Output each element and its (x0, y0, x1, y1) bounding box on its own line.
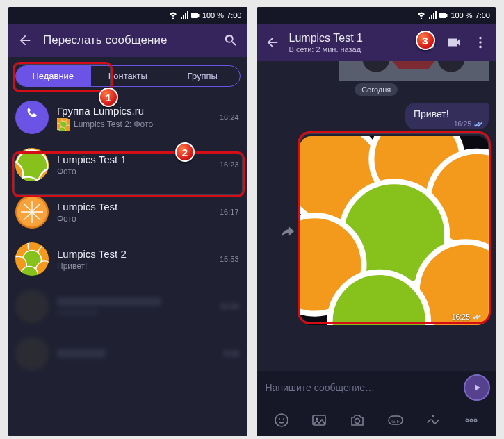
row-time: 16:23 (220, 160, 239, 169)
appbar-chat: Lumpics Test 1 В сети: 2 мин. назад (257, 24, 496, 61)
chat-list: Группа Lumpics.ru Lumpics Test 2: Фото 1… (8, 94, 247, 436)
camera-icon[interactable] (349, 412, 366, 429)
search-icon[interactable] (221, 31, 241, 50)
callout-1: 1 (99, 88, 118, 107)
day-chip: Сегодня (355, 83, 398, 96)
row-time: 16:24 (220, 113, 239, 122)
battery-text: 100 % (450, 11, 472, 19)
gallery-icon[interactable] (311, 412, 327, 429)
battery-text: 100 % (202, 11, 224, 19)
prev-photo-msg[interactable] (339, 61, 489, 81)
right-screen: 100 % 7:00 Lumpics Test 1 В сети: 2 мин.… (257, 7, 496, 436)
chat-body: Сегодня Привет! 16:25 16:25 (257, 61, 496, 371)
row-time: 16:17 (220, 208, 239, 216)
forward-icon[interactable] (280, 224, 295, 242)
status-bar: 100 % 7:00 (257, 7, 496, 24)
sticker-icon[interactable] (273, 412, 290, 429)
avatar (15, 101, 49, 134)
attach-row: GIF (257, 404, 496, 436)
row-sub: Фото (57, 167, 76, 176)
list-item[interactable]: Группа Lumpics.ru Lumpics Test 2: Фото 1… (8, 94, 247, 141)
list-item[interactable]: Lumpics Test 2 Привет! 15:53 (8, 235, 247, 283)
send-button[interactable] (464, 374, 490, 401)
list-item[interactable]: Lumpics Test 1 Фото 16:23 (8, 141, 247, 188)
svg-point-31 (316, 418, 318, 420)
video-call-icon[interactable] (444, 33, 464, 52)
gif-icon[interactable]: GIF (387, 412, 404, 429)
read-icon (473, 121, 483, 128)
appbar-title: Переслать сообщение (43, 33, 213, 47)
back-icon[interactable] (15, 31, 35, 50)
row-sub: Привет! (57, 261, 87, 271)
row-title (57, 349, 106, 358)
svg-point-36 (470, 419, 473, 422)
row-title: Группа Lumpics.ru (57, 105, 211, 117)
clock-text: 7:00 (227, 11, 241, 19)
tabs: Недавние Контакты Группы (15, 65, 241, 87)
list-item[interactable]: 8:58 (8, 330, 247, 377)
signal-icon (180, 11, 188, 19)
list-item[interactable]: 15:44 (8, 283, 247, 330)
appbar-forward: Переслать сообщение (8, 24, 247, 57)
row-time: 8:58 (224, 349, 238, 358)
chat-presence: В сети: 2 мин. назад (289, 45, 412, 53)
row-sub: Фото (57, 214, 76, 224)
svg-point-23 (479, 46, 482, 49)
svg-point-28 (279, 418, 280, 420)
more-icon[interactable] (471, 33, 490, 52)
photo-message[interactable]: 16:25 (300, 136, 489, 325)
wifi-icon (169, 11, 177, 19)
svg-point-22 (479, 41, 482, 44)
svg-point-21 (479, 37, 482, 40)
svg-point-35 (466, 419, 469, 422)
signal-icon (428, 11, 437, 19)
row-title: Lumpics Test (57, 201, 211, 213)
row-sub: Lumpics Test 2: Фото (74, 119, 153, 129)
row-time: 15:44 (220, 302, 239, 310)
row-title (57, 297, 161, 306)
tab-groups[interactable]: Группы (165, 66, 240, 86)
row-sub (57, 310, 99, 315)
clock-text: 7:00 (475, 11, 490, 19)
bubble-text: Привет! (414, 108, 449, 119)
message-input[interactable]: Напишите сообщение… (263, 382, 460, 393)
back-icon[interactable] (263, 33, 282, 52)
svg-point-37 (474, 419, 477, 422)
callout-2: 2 (175, 142, 195, 162)
svg-point-29 (283, 418, 284, 420)
bubble-time: 16:25 (454, 120, 471, 128)
tab-contacts[interactable]: Контакты (90, 66, 165, 86)
left-screen: 100 % 7:00 Переслать сообщение Недавние … (8, 7, 247, 436)
svg-point-27 (275, 414, 288, 426)
text-bubble[interactable]: Привет! 16:25 (405, 103, 489, 129)
battery-icon (439, 11, 448, 19)
status-bar: 100 % 7:00 (8, 7, 247, 24)
tab-recent[interactable]: Недавние (16, 66, 90, 86)
avatar (15, 337, 49, 370)
list-item[interactable]: Lumpics Test Фото 16:17 (8, 188, 247, 235)
read-icon (472, 313, 482, 320)
avatar (15, 290, 49, 323)
avatar (15, 195, 49, 229)
battery-icon (191, 11, 200, 19)
doodle-icon[interactable] (425, 412, 441, 429)
composer: Напишите сообщение… (257, 371, 496, 404)
callout-3: 3 (416, 31, 435, 50)
avatar (15, 148, 49, 181)
svg-text:GIF: GIF (391, 419, 400, 424)
row-time: 15:53 (220, 255, 239, 263)
row-title: Lumpics Test 2 (57, 248, 211, 260)
svg-point-32 (355, 419, 359, 424)
chat-title: Lumpics Test 1 (289, 32, 412, 44)
thumb-icon (57, 118, 70, 131)
avatar (15, 242, 49, 276)
wifi-icon (417, 11, 425, 19)
photo-time: 16:25 (452, 313, 470, 321)
more-attach-icon[interactable] (463, 412, 480, 429)
